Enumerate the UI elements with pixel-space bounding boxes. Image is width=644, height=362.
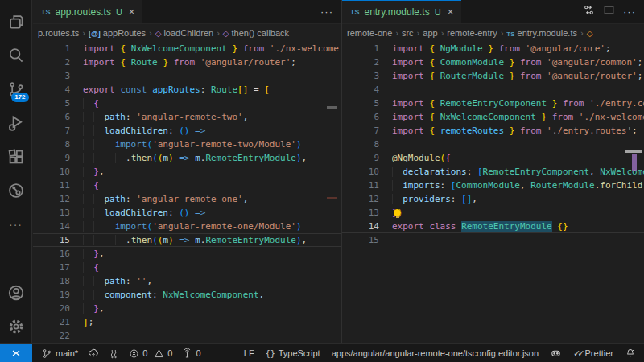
code-line[interactable]: 8 [342, 138, 644, 151]
line-number[interactable]: 7 [33, 124, 70, 138]
code-line[interactable]: 19 component: NxWelcomeComponent, [33, 288, 341, 302]
line-number[interactable]: 11 [342, 179, 379, 192]
code-line[interactable]: 12 providers: [], [342, 192, 644, 206]
more-actions-icon[interactable]: ··· [623, 6, 636, 18]
accounts-icon[interactable] [0, 276, 32, 310]
explorer-icon[interactable] [0, 5, 32, 39]
line-number[interactable]: 12 [33, 192, 70, 206]
code-line[interactable]: 14export class RemoteEntryModule {} [342, 220, 644, 233]
settings-gear-icon[interactable] [0, 310, 32, 343]
compare-changes-icon[interactable] [583, 4, 595, 19]
notifications-item[interactable] [625, 348, 636, 359]
extra-extension-icon[interactable] [0, 174, 32, 208]
lightbulb-icon[interactable] [394, 209, 401, 216]
code-line[interactable]: 5import { RemoteEntryComponent } from '.… [342, 97, 644, 110]
code-line[interactable]: 11 { [33, 179, 341, 192]
line-number[interactable]: 4 [33, 83, 70, 97]
line-number[interactable]: 3 [342, 69, 379, 83]
breadcrumb-item[interactable]: TSentry.module.ts [506, 28, 577, 38]
line-number[interactable]: 2 [33, 56, 70, 69]
source-control-icon[interactable]: 172 [0, 72, 32, 106]
line-number[interactable]: 7 [342, 124, 379, 138]
line-number[interactable]: 19 [33, 288, 70, 302]
line-number[interactable]: 20 [33, 302, 70, 315]
more-views-icon[interactable]: ··· [0, 208, 32, 241]
line-number[interactable]: 6 [33, 110, 70, 124]
line-number[interactable]: 14 [33, 220, 70, 233]
git-branch-item[interactable]: main* [42, 348, 78, 359]
code-line[interactable]: 3import { RouterModule } from '@angular/… [342, 69, 644, 83]
close-tab-icon[interactable]: × [448, 6, 454, 18]
code-line[interactable]: 13}) [342, 206, 644, 220]
code-line[interactable]: 2import { CommonModule } from '@angular/… [342, 56, 644, 69]
line-number[interactable]: 21 [33, 315, 70, 329]
code-line[interactable]: 13 loadChildren: () => [33, 206, 341, 220]
breadcrumb-item[interactable]: src [402, 28, 414, 38]
code-line[interactable]: 16 }, [33, 247, 341, 261]
line-number[interactable]: 3 [33, 69, 70, 83]
line-number[interactable]: 22 [33, 329, 70, 343]
code-line[interactable]: 21]; [33, 315, 341, 329]
git-stash-item[interactable] [109, 348, 119, 359]
code-line[interactable]: 6 path: 'angular-remote-two', [33, 110, 341, 124]
breadcrumb-item[interactable]: p.routes.ts [38, 28, 79, 38]
code-line[interactable]: 14 import('angular-remote-one/Module') [33, 220, 341, 233]
line-number[interactable]: 9 [342, 151, 379, 165]
line-number[interactable]: 9 [33, 151, 70, 165]
code-line[interactable]: 2import { Route } from '@angular/router'… [33, 56, 341, 69]
line-number[interactable]: 6 [342, 110, 379, 124]
line-number[interactable]: 13 [33, 206, 70, 220]
close-tab-icon[interactable]: × [129, 6, 135, 18]
line-number[interactable]: 15 [342, 233, 379, 247]
code-line[interactable]: 18 path: '', [33, 274, 341, 288]
code-line[interactable]: 1import { NgModule } from '@angular/core… [342, 42, 644, 56]
code-line[interactable]: 11 imports: [CommonModule, RouterModule.… [342, 179, 644, 192]
line-number[interactable]: 1 [342, 42, 379, 56]
code-line[interactable]: 22 [33, 329, 341, 343]
more-actions-icon[interactable]: ··· [320, 6, 333, 18]
line-number[interactable]: 10 [342, 165, 379, 179]
line-number[interactable]: 10 [33, 165, 70, 179]
line-number[interactable]: 17 [33, 261, 70, 274]
line-number[interactable]: 8 [342, 138, 379, 151]
line-number[interactable]: 5 [342, 97, 379, 110]
code-line[interactable]: 15 .then((m) => m.RemoteEntryModule), [33, 233, 341, 247]
breadcrumb-item[interactable]: [@]appRoutes [89, 28, 146, 38]
code-line[interactable]: 3 [33, 69, 341, 83]
line-number[interactable]: 14 [342, 220, 379, 233]
line-number[interactable]: 12 [342, 192, 379, 206]
line-number[interactable]: 5 [33, 97, 70, 110]
code-line[interactable]: 4export const appRoutes: Route[] = [ [33, 83, 341, 97]
split-editor-icon[interactable] [603, 4, 615, 19]
breadcrumb-item[interactable]: ◇ [587, 28, 596, 38]
line-number[interactable]: 18 [33, 274, 70, 288]
code-line[interactable]: 7import { remoteRoutes } from './entry.r… [342, 124, 644, 138]
code-line[interactable]: 10 declarations: [RemoteEntryComponent, … [342, 165, 644, 179]
line-number[interactable]: 11 [33, 179, 70, 192]
line-number[interactable]: 1 [33, 42, 70, 56]
line-number[interactable]: 15 [33, 233, 70, 247]
problems-item[interactable]: 0 0 [129, 348, 172, 359]
breadcrumb-item[interactable]: ◇loadChildren [155, 28, 213, 38]
line-number[interactable]: 16 [33, 247, 70, 261]
code-line[interactable]: 1import { NxWelcomeComponent } from './n… [33, 42, 341, 56]
extensions-icon[interactable] [0, 140, 32, 174]
code-line[interactable]: 9 .then((m) => m.RemoteEntryModule), [33, 151, 341, 165]
code-line[interactable]: 15 [342, 233, 644, 247]
tab-entry-module-ts[interactable]: TS entry.module.ts U × [342, 0, 461, 23]
code-line[interactable]: 4 [342, 83, 644, 97]
language-mode-item[interactable]: {} TypeScript [266, 348, 320, 358]
code-line[interactable]: 8 import('angular-remote-two/Module') [33, 138, 341, 151]
code-line[interactable]: 7 loadChildren: () => [33, 124, 341, 138]
remote-indicator[interactable] [0, 344, 32, 362]
eol-item[interactable]: LF [244, 348, 254, 358]
breadcrumb-item[interactable]: remote-entry [447, 28, 497, 38]
run-debug-icon[interactable] [0, 106, 32, 140]
code-line[interactable]: 12 path: 'angular-remote-one', [33, 192, 341, 206]
breadcrumb-item[interactable]: app [423, 28, 437, 38]
code-editor[interactable]: 1import { NgModule } from '@angular/core… [342, 42, 644, 343]
line-number[interactable]: 4 [342, 83, 379, 97]
tsconfig-item[interactable]: apps/angular/angular-remote-one/tsconfig… [332, 348, 539, 358]
code-line[interactable]: 9@NgModule({ [342, 151, 644, 165]
formatter-item[interactable]: ✓✓ Prettier [573, 348, 613, 359]
